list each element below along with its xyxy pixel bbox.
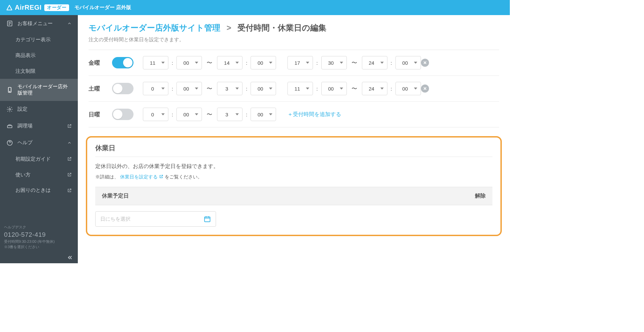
toggle-knob [113,110,122,119]
holiday-desc: 定休日以外の、お店の休業予定日を登録できます。 [95,163,492,170]
time-select[interactable]: 24 [362,56,387,69]
chevron-down-icon [195,62,198,64]
helpdesk-label: ヘルプデスク [4,225,74,230]
chevron-down-icon [380,88,384,90]
time-select[interactable]: 11 [287,82,313,95]
chevron-down-icon [161,62,165,64]
time-select[interactable]: 00 [395,82,421,95]
holiday-col-date: 休業予定日 [102,192,475,200]
holiday-note: ※詳細は、 休業日を設定する をご覧ください。 [95,174,492,180]
external-link-icon [67,172,72,177]
time-select[interactable]: 30 [321,56,347,69]
external-link-icon [67,124,72,128]
sidebar-item-mo-manage[interactable]: モバイルオーダー店外版管理 [0,79,78,101]
chevron-down-icon [235,62,239,64]
time-select[interactable]: 00 [176,56,202,69]
day-label: 土曜 [89,85,112,93]
main-content: モバイルオーダー店外版サイト管理 > 受付時間・休業日の編集 注文の受付時間と休… [78,15,510,263]
chevron-down-icon [269,62,272,64]
holiday-date-input[interactable]: 日にちを選択 [95,211,216,227]
sidebar-item-howto[interactable]: 使い方 [0,167,78,183]
time-row: 日曜 0:00〜3:00 ＋受付時間を追加する [89,102,499,127]
time-select[interactable]: 00 [251,82,276,95]
chevron-down-icon [306,62,309,64]
holiday-note-link[interactable]: 休業日を設定する [120,174,163,179]
time-select[interactable]: 00 [251,56,276,69]
holiday-card: 休業日 定休日以外の、お店の休業予定日を登録できます。 ※詳細は、 休業日を設定… [86,136,502,236]
sidebar-item-settings[interactable]: 設定 [0,101,78,118]
holiday-col-remove: 解除 [475,192,486,200]
holiday-date-placeholder: 日にちを選択 [100,216,204,222]
kitchen-icon [6,122,13,130]
sidebar-item-category[interactable]: カテゴリー表示 [0,32,78,48]
remove-time-button[interactable] [421,85,429,93]
phone-icon [6,86,13,94]
helpdesk-hours: 受付時間9:30-23:00 (年中無休) [4,239,74,244]
toggle-knob [123,58,132,67]
holiday-title: 休業日 [95,144,492,157]
sidebar: お客様メニュー カテゴリー表示 商品表示 注文制限 モバイルオーダー店外版管理 … [0,15,78,263]
sidebar-group-customer[interactable]: お客様メニュー [0,15,78,32]
breadcrumb-root[interactable]: モバイルオーダー店外版サイト管理 [89,23,220,32]
chevron-down-icon [380,62,384,64]
brand-text: AirREGI [15,4,42,11]
sidebar-group-help[interactable]: ヘルプ [0,134,78,151]
help-icon [6,139,13,147]
chevron-up-icon [67,141,72,145]
chevron-down-icon [414,62,417,64]
day-toggle[interactable] [112,57,133,68]
chevron-down-icon [340,62,343,64]
sidebar-item-product[interactable]: 商品表示 [0,48,78,63]
chevron-down-icon [269,88,272,90]
toggle-knob [113,84,122,93]
menu-icon [6,20,13,27]
chevron-down-icon [161,113,165,115]
breadcrumb-leaf: 受付時間・休業日の編集 [237,23,326,32]
breadcrumb-desc: 注文の受付時間と休業日を設定できます。 [89,37,499,43]
sidebar-item-trouble[interactable]: お困りのときは [0,182,78,198]
time-select[interactable]: 3 [217,82,243,95]
time-select[interactable]: 14 [217,56,243,69]
time-select[interactable]: 17 [287,56,313,69]
external-link-icon [67,188,72,193]
day-toggle[interactable] [112,109,133,120]
add-time-link[interactable]: ＋受付時間を追加する [287,111,341,118]
day-label: 金曜 [89,59,112,67]
remove-time-button[interactable] [421,59,429,67]
brand-logo: AirREGI オーダー [6,4,69,11]
chevron-down-icon [195,113,198,115]
sidebar-item-setup-guide[interactable]: 初期設定ガイド [0,151,78,167]
sidebar-item-order-limit[interactable]: 注文制限 [0,63,78,79]
time-select[interactable]: 00 [321,82,347,95]
time-select[interactable]: 0 [143,82,168,95]
time-select[interactable]: 00 [395,56,421,69]
chevron-down-icon [269,113,272,115]
chevron-down-icon [414,88,417,90]
svg-point-3 [9,108,11,110]
day-label: 日曜 [89,111,112,118]
gear-icon [6,106,13,113]
chevron-up-icon [67,21,72,26]
svg-rect-4 [7,125,12,128]
time-select[interactable]: 00 [176,82,202,95]
time-row: 金曜 11:00〜14:00 17:30〜24:00 [89,50,499,76]
time-select[interactable]: 11 [143,56,168,69]
time-select[interactable]: 0 [143,108,168,121]
day-toggle[interactable] [112,83,133,94]
holiday-table-head: 休業予定日 解除 [95,187,492,205]
time-select[interactable]: 00 [251,108,276,121]
breadcrumb-sep: > [226,23,231,32]
time-select[interactable]: 24 [362,82,387,95]
chevron-down-icon [161,88,165,90]
time-group: 0:00〜3:00 11:00〜24:00 [143,82,429,95]
external-link-icon [159,174,163,179]
time-select[interactable]: 00 [176,108,202,121]
svg-rect-6 [205,217,210,222]
breadcrumb: モバイルオーダー店外版サイト管理 > 受付時間・休業日の編集 注文の受付時間と休… [78,15,510,45]
chevron-down-icon [340,88,343,90]
external-link-icon [67,157,72,161]
sidebar-item-kitchen[interactable]: 調理場 [0,118,78,134]
helpdesk-tel: 0120-572-419 [4,230,74,239]
time-select[interactable]: 3 [217,108,243,121]
sidebar-collapse-button[interactable] [0,252,78,263]
